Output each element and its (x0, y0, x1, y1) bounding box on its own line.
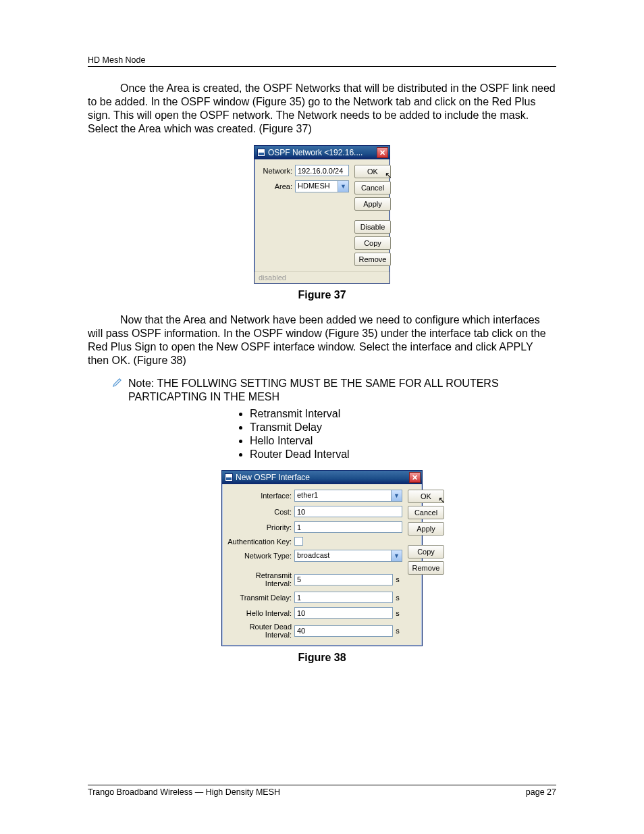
note: Note: THE FOLLWING SETTING MUST BE THE S… (112, 377, 556, 404)
area-select[interactable]: HDMESH ▼ (295, 180, 349, 192)
note-text: Note: THE FOLLWING SETTING MUST BE THE S… (128, 377, 556, 404)
footer-right: page 27 (526, 787, 556, 797)
copy-button[interactable]: Copy (408, 545, 444, 558)
paragraph-1: Once the Area is created, the OSPF Netwo… (88, 82, 556, 136)
ok-button[interactable]: OK (354, 165, 391, 178)
ospf-network-window: OSPF Network <192.16.... ✕ Network: Area… (254, 145, 390, 284)
list-item: Retransmit Interval (250, 408, 556, 420)
network-input[interactable] (295, 165, 349, 176)
network-label: Network: (260, 167, 295, 175)
new-ospf-interface-window: New OSPF Interface ✕ Interface: ether1 ▼… (221, 470, 423, 646)
interface-label: Interface: (227, 492, 294, 500)
chevron-down-icon[interactable]: ▼ (338, 181, 348, 192)
dead-unit: s (393, 627, 402, 635)
cost-input[interactable] (294, 506, 402, 517)
figure-37-caption: Figure 37 (88, 289, 556, 301)
apply-button[interactable]: Apply (408, 522, 444, 536)
paragraph-2: Now that the Area and Network have been … (88, 313, 556, 367)
list-item: Transmit Delay (250, 421, 556, 434)
remove-button[interactable]: Remove (408, 561, 444, 575)
area-value: HDMESH (296, 181, 338, 192)
priority-label: Priority: (227, 523, 294, 531)
header-rule (88, 66, 556, 67)
hello-label: Hello Interval: (227, 609, 294, 617)
disable-button[interactable]: Disable (354, 220, 391, 234)
page-header: HD Mesh Node (88, 55, 556, 65)
remove-button[interactable]: Remove (354, 253, 391, 266)
pencil-icon (112, 377, 123, 388)
chevron-down-icon[interactable]: ▼ (391, 490, 402, 501)
ok-button[interactable]: OK (408, 490, 444, 503)
cancel-button[interactable]: Cancel (354, 181, 391, 194)
list-item: Hello Interval (250, 435, 556, 447)
settings-list: Retransmit Interval Transmit Delay Hello… (250, 408, 556, 461)
txdelay-unit: s (393, 594, 402, 602)
priority-input[interactable] (294, 521, 402, 533)
interface-select[interactable]: ether1 ▼ (294, 490, 402, 502)
nettype-label: Network Type: (227, 552, 294, 560)
retransmit-input[interactable] (294, 574, 393, 585)
auth-checkbox[interactable] (294, 537, 303, 546)
new-ospf-titlebar[interactable]: New OSPF Interface ✕ (222, 471, 422, 484)
txdelay-label: Transmit Delay: (227, 594, 294, 602)
nettype-value: broadcast (295, 550, 391, 561)
interface-value: ether1 (295, 490, 391, 501)
ospf-network-title: OSPF Network <192.16.... (268, 148, 377, 157)
dead-input[interactable] (294, 625, 393, 637)
retransmit-label: Retransmit Interval: (227, 571, 294, 588)
area-label: Area: (260, 182, 295, 190)
status-bar: disabled (254, 271, 390, 283)
hello-input[interactable] (294, 607, 393, 619)
list-item: Router Dead Interval (250, 448, 556, 461)
nettype-select[interactable]: broadcast ▼ (294, 550, 402, 562)
footer-left: Trango Broadband Wireless — High Density… (88, 787, 280, 797)
hello-unit: s (393, 609, 402, 617)
window-icon (257, 149, 265, 157)
auth-label: Authentication Key: (227, 538, 294, 546)
dead-label: Router Dead Interval: (227, 623, 294, 639)
retransmit-unit: s (393, 575, 402, 583)
new-ospf-title: New OSPF Interface (236, 473, 409, 482)
close-icon[interactable]: ✕ (409, 472, 421, 483)
close-icon[interactable]: ✕ (377, 147, 388, 158)
ospf-network-titlebar[interactable]: OSPF Network <192.16.... ✕ (254, 146, 390, 159)
chevron-down-icon[interactable]: ▼ (391, 550, 402, 561)
cancel-button[interactable]: Cancel (408, 506, 444, 519)
cost-label: Cost: (227, 508, 294, 516)
figure-38-caption: Figure 38 (88, 652, 556, 664)
page-footer: Trango Broadband Wireless — High Density… (88, 785, 556, 797)
txdelay-input[interactable] (294, 592, 393, 603)
window-icon (225, 473, 233, 481)
apply-button[interactable]: Apply (354, 197, 391, 211)
copy-button[interactable]: Copy (354, 236, 391, 250)
